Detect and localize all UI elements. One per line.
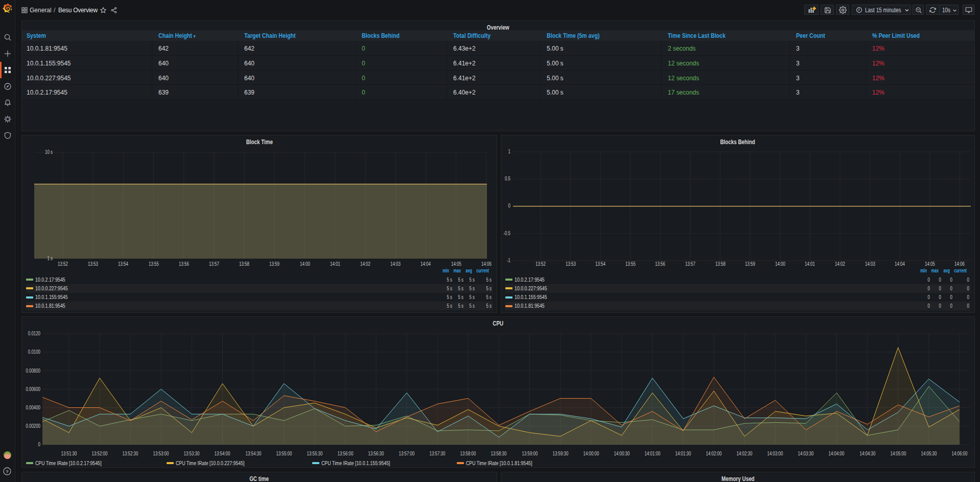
svg-text:?: ? <box>6 469 9 474</box>
